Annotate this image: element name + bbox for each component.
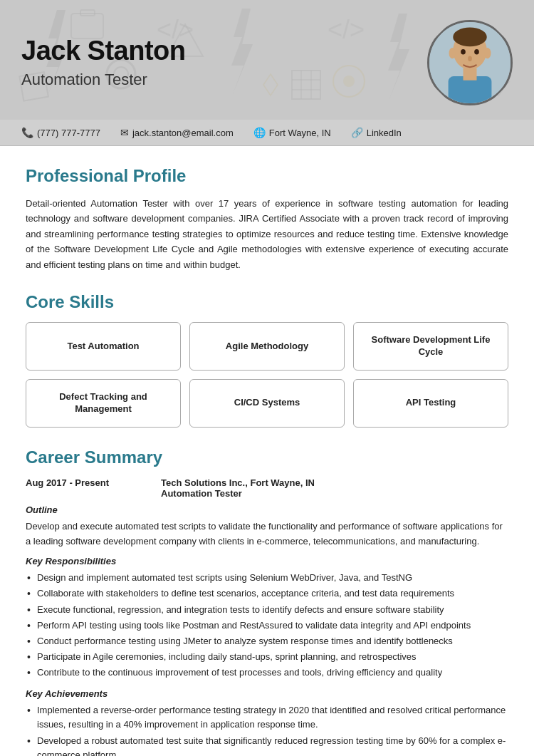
svg-rect-25 [464,68,477,81]
skill-card-4: Defect Tracking and Management [26,379,181,428]
skill-label-2: Agile Methodology [226,341,308,353]
job-company-1: Tech Solutions Inc., Fort Wayne, IN [161,477,315,488]
linkedin-contact[interactable]: 🔗 LinkedIn [351,127,402,138]
profile-text: Detail-oriented Automation Tester with o… [26,196,508,272]
responsibility-item: Collaborate with stakeholders to define … [26,586,508,601]
main-content: Professional Profile Detail-oriented Aut… [0,146,534,756]
skill-label-5: CI/CD Systems [234,397,300,409]
skill-card-2: Agile Methodology [189,322,345,371]
phone-contact: 📞 (777) 777-7777 [21,127,100,138]
skill-card-3: Software Development Life Cycle [353,322,508,371]
skill-card-1: Test Automation [26,322,181,371]
achievements-label-1: Key Achievements [26,688,508,699]
skill-card-5: CI/CD Systems [189,379,345,428]
candidate-photo [427,20,513,105]
profile-section: Professional Profile Detail-oriented Aut… [26,166,508,272]
responsibility-item: Participate in Agile ceremonies, includi… [26,650,508,664]
linkedin-icon: 🔗 [351,127,363,138]
outline-label-1: Outline [26,504,508,515]
svg-marker-20 [263,74,278,95]
responsibility-item: Execute functional, regression, and inte… [26,603,508,617]
svg-marker-1 [231,9,253,94]
email-contact: ✉ jack.stanton@email.com [120,127,234,138]
resume-page: </> </> [0,0,534,756]
skills-title: Core Skills [26,292,508,312]
responsibility-item: Perform API testing using tools like Pos… [26,618,508,633]
header-left: Jack Stanton Automation Tester [21,36,186,89]
linkedin-label: LinkedIn [367,128,402,138]
svg-point-26 [461,49,466,55]
location-contact: 🌐 Fort Wayne, IN [253,127,331,138]
career-section: Career Summary Aug 2017 - Present Tech S… [26,447,508,756]
contact-bar: 📞 (777) 777-7777 ✉ jack.stanton@email.co… [0,120,534,146]
skill-label-6: API Testing [406,397,456,409]
svg-rect-17 [71,14,103,38]
skills-section: Core Skills Test Automation Agile Method… [26,292,508,428]
achievement-item: Developed a robust automated test suite … [26,734,508,756]
svg-rect-18 [80,10,95,16]
svg-point-15 [343,76,355,87]
email-address: jack.stanton@email.com [132,128,234,138]
email-icon: ✉ [120,127,129,138]
responsibilities-list-1: Design and implement automated test scri… [26,571,508,680]
job-entry-1: Aug 2017 - Present Tech Solutions Inc., … [26,477,508,756]
svg-rect-7 [292,71,320,99]
svg-point-28 [468,56,472,62]
responsibility-item: Conduct performance testing using JMeter… [26,634,508,648]
location-icon: 🌐 [253,127,266,138]
job-role-1: Automation Tester [161,488,315,499]
svg-text:</>: </> [328,15,365,44]
profile-title: Professional Profile [26,166,508,186]
job-dates-1: Aug 2017 - Present [26,477,132,488]
outline-text-1: Develop and execute automated test scrip… [26,519,508,549]
svg-point-30 [484,48,491,58]
achievement-item: Implemented a reverse-order performance … [26,703,508,732]
candidate-title: Automation Tester [21,71,186,89]
skill-label-1: Test Automation [67,341,139,353]
svg-marker-2 [388,14,409,99]
svg-point-27 [474,49,479,55]
svg-point-14 [333,66,365,97]
candidate-name: Jack Stanton [21,36,186,66]
svg-point-29 [449,48,456,58]
job-header-1: Aug 2017 - Present Tech Solutions Inc., … [26,477,508,499]
responsibility-item: Contribute to the continuous improvement… [26,666,508,680]
phone-number: (777) 777-7777 [37,128,100,138]
job-info-1: Tech Solutions Inc., Fort Wayne, IN Auto… [161,477,315,499]
responsibility-item: Design and implement automated test scri… [26,571,508,585]
skill-label-3: Software Development Life Cycle [361,334,501,358]
responsibilities-label-1: Key Responsibilities [26,556,508,566]
achievements-list-1: Implemented a reverse-order performance … [26,703,508,756]
career-title: Career Summary [26,447,508,467]
skill-card-6: API Testing [353,379,508,428]
phone-icon: 📞 [21,127,33,138]
header-section: </> </> [0,0,534,120]
skill-label-4: Defect Tracking and Management [33,391,173,415]
location-text: Fort Wayne, IN [269,128,331,138]
skills-grid: Test Automation Agile Methodology Softwa… [26,322,508,428]
svg-point-23 [453,28,487,47]
